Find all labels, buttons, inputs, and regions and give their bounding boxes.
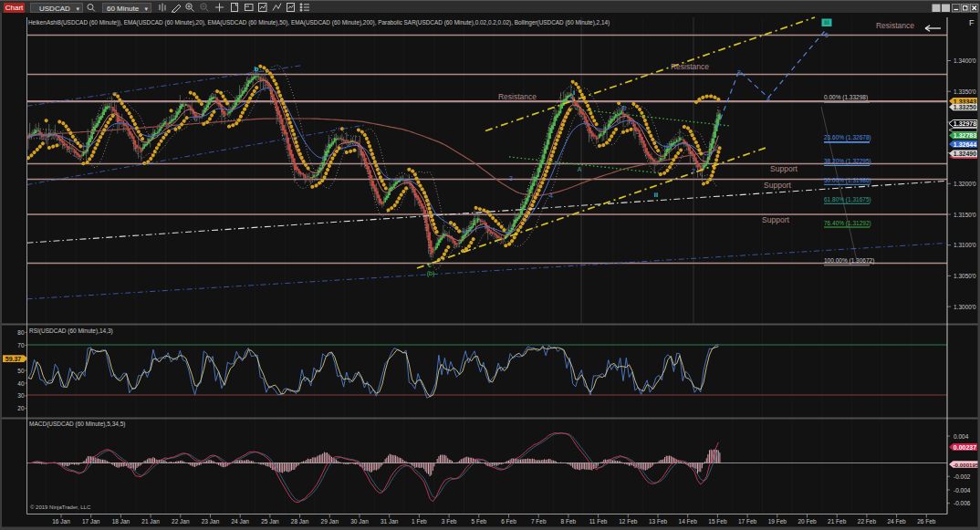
svg-text:1.3400'0: 1.3400'0 bbox=[954, 57, 976, 64]
svg-text:Support: Support bbox=[762, 215, 789, 224]
svg-text:Resistance: Resistance bbox=[876, 21, 914, 30]
svg-text:0.004: 0.004 bbox=[954, 433, 969, 440]
svg-text:ii: ii bbox=[654, 191, 658, 199]
svg-text:100.00% (1.30672): 100.00% (1.30672) bbox=[824, 257, 874, 265]
svg-text:-0.000195: -0.000195 bbox=[954, 462, 979, 468]
svg-text:Resistance: Resistance bbox=[671, 62, 709, 71]
svg-text:19 Feb: 19 Feb bbox=[768, 518, 787, 525]
svg-text:70: 70 bbox=[17, 342, 25, 348]
svg-text:Resistance: Resistance bbox=[498, 92, 537, 101]
svg-text:30 Jan: 30 Jan bbox=[350, 518, 369, 525]
svg-text:-0.002: -0.002 bbox=[954, 473, 971, 480]
svg-text:15 Feb: 15 Feb bbox=[708, 518, 727, 525]
svg-text:0.00237: 0.00237 bbox=[954, 444, 976, 451]
svg-text:13 Feb: 13 Feb bbox=[649, 518, 668, 525]
svg-text:-0.006: -0.006 bbox=[954, 500, 971, 506]
svg-text:6 Feb: 6 Feb bbox=[501, 518, 516, 525]
svg-text:1.3200'0: 1.3200'0 bbox=[954, 181, 976, 187]
svg-text:28 Jan: 28 Jan bbox=[291, 518, 309, 525]
svg-text:22 Jan: 22 Jan bbox=[172, 518, 190, 525]
svg-text:50: 50 bbox=[17, 368, 25, 374]
svg-text:8 Feb: 8 Feb bbox=[561, 518, 577, 525]
svg-text:3 Feb: 3 Feb bbox=[442, 518, 457, 525]
svg-text:50.00% (1.31986): 50.00% (1.31986) bbox=[824, 177, 871, 184]
svg-text:61.80% (1.31675): 61.80% (1.31675) bbox=[824, 196, 871, 203]
svg-text:21 Jan: 21 Jan bbox=[141, 518, 160, 525]
svg-text:3: 3 bbox=[509, 175, 513, 182]
svg-text:1: 1 bbox=[666, 142, 670, 149]
svg-text:20 Feb: 20 Feb bbox=[798, 518, 817, 525]
svg-text:-0.004: -0.004 bbox=[954, 487, 971, 494]
svg-text:26 Feb: 26 Feb bbox=[917, 518, 936, 525]
svg-text:5: 5 bbox=[570, 96, 574, 102]
svg-text:1.3000'0: 1.3000'0 bbox=[954, 304, 976, 310]
svg-text:40: 40 bbox=[17, 380, 25, 387]
svg-text:RSI(USDCAD (60 Minute),14,3): RSI(USDCAD (60 Minute),14,3) bbox=[29, 327, 113, 335]
svg-text:1.3150'0: 1.3150'0 bbox=[954, 212, 976, 218]
svg-text:B: B bbox=[622, 105, 627, 111]
svg-text:12 Feb: 12 Feb bbox=[619, 518, 638, 525]
svg-text:c: c bbox=[428, 262, 432, 268]
svg-text:1.32644: 1.32644 bbox=[954, 141, 976, 148]
svg-text:11 Feb: 11 Feb bbox=[589, 518, 608, 525]
svg-text:17 Feb: 17 Feb bbox=[738, 518, 757, 525]
svg-text:24 Jan: 24 Jan bbox=[231, 518, 249, 525]
svg-text:1.3050'0: 1.3050'0 bbox=[954, 273, 976, 279]
svg-text:29 Jan: 29 Jan bbox=[321, 518, 339, 525]
svg-text:(b): (b) bbox=[427, 270, 435, 277]
svg-text:80: 80 bbox=[17, 329, 25, 336]
svg-text:20: 20 bbox=[17, 405, 25, 411]
svg-text:1.32978: 1.32978 bbox=[954, 120, 976, 127]
svg-text:3: 3 bbox=[737, 69, 741, 76]
svg-text:38.20% (1.32295): 38.20% (1.32295) bbox=[824, 158, 871, 165]
svg-text:22 Feb: 22 Feb bbox=[858, 518, 877, 525]
svg-text:1.32783: 1.32783 bbox=[954, 132, 976, 139]
svg-text:30: 30 bbox=[17, 392, 25, 399]
svg-text:Support: Support bbox=[770, 164, 798, 173]
svg-text:Support: Support bbox=[764, 181, 791, 190]
svg-text:2: 2 bbox=[692, 168, 695, 174]
svg-text:© 2019 NinjaTrader, LLC: © 2019 NinjaTrader, LLC bbox=[30, 504, 91, 510]
svg-text:23 Jan: 23 Jan bbox=[202, 518, 220, 525]
svg-text:24 Feb: 24 Feb bbox=[887, 518, 906, 525]
svg-text:23.60% (1.32678): 23.60% (1.32678) bbox=[824, 134, 871, 141]
svg-text:16 Jan: 16 Jan bbox=[52, 518, 70, 525]
svg-text:7 Feb: 7 Feb bbox=[531, 518, 547, 525]
svg-text:b: b bbox=[255, 65, 259, 73]
svg-text:5 Feb: 5 Feb bbox=[471, 518, 486, 525]
svg-text:HeikenAshi8(USDCAD (60 Minute): HeikenAshi8(USDCAD (60 Minute)), EMA(USD… bbox=[28, 19, 610, 26]
svg-text:1.33250: 1.33250 bbox=[954, 104, 976, 110]
svg-text:14 Feb: 14 Feb bbox=[679, 518, 698, 525]
svg-text:1 Feb: 1 Feb bbox=[412, 518, 427, 525]
svg-text:31 Jan: 31 Jan bbox=[381, 518, 399, 525]
svg-text:F: F bbox=[969, 18, 975, 27]
svg-text:5: 5 bbox=[825, 32, 829, 38]
svg-text:1.32490: 1.32490 bbox=[954, 151, 976, 157]
svg-text:iii: iii bbox=[824, 19, 829, 26]
svg-text:1.3100'0: 1.3100'0 bbox=[954, 242, 976, 248]
svg-text:1.3350'0: 1.3350'0 bbox=[954, 88, 976, 95]
svg-text:A: A bbox=[578, 166, 582, 172]
svg-text:18 Jan: 18 Jan bbox=[112, 518, 130, 525]
svg-text:4: 4 bbox=[766, 96, 770, 102]
svg-text:4: 4 bbox=[549, 192, 553, 199]
svg-text:17 Jan: 17 Jan bbox=[82, 518, 100, 525]
svg-text:21 Feb: 21 Feb bbox=[828, 518, 847, 525]
svg-text:59.37: 59.37 bbox=[5, 356, 22, 362]
svg-text:25 Jan: 25 Jan bbox=[261, 518, 279, 525]
svg-text:76.40% (1.31292): 76.40% (1.31292) bbox=[824, 220, 871, 227]
svg-text:MACD(USDCAD (60 Minute),5,34,5: MACD(USDCAD (60 Minute),5,34,5) bbox=[29, 421, 125, 428]
svg-text:0.00% (1.33298): 0.00% (1.33298) bbox=[824, 94, 868, 101]
